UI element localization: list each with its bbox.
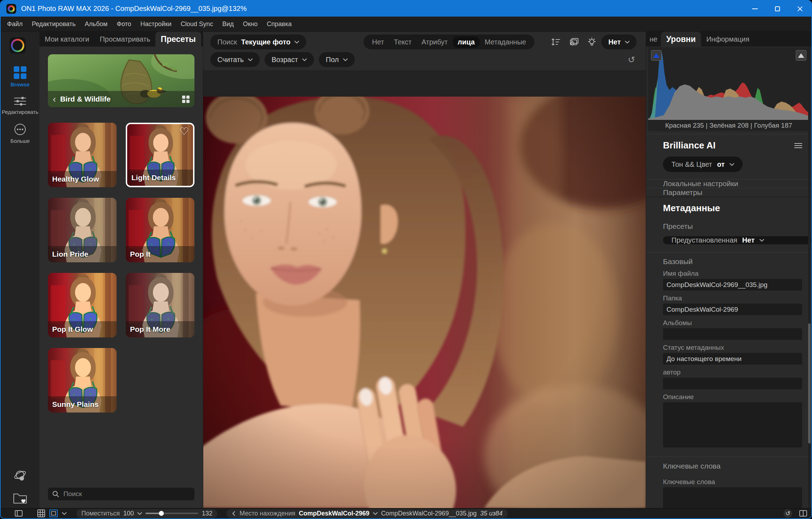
tab-info[interactable]: Информация [701,32,755,47]
right-panel-tabs: не Уровни Информация [646,32,811,47]
tab-truncated[interactable]: не [646,32,661,47]
menu-item-photo[interactable]: Фото [117,20,131,28]
sort-icon[interactable] [551,38,560,46]
back-chevron-icon[interactable] [232,511,235,516]
lightbulb-icon[interactable] [587,37,596,47]
preset-grid: Healthy Glow ♡ Light Details Lion Pride … [48,123,194,413]
count-label: Считать [217,56,244,64]
sidebar-item-edit[interactable]: Редактировать [2,96,38,115]
filename-input[interactable] [663,279,802,291]
batch-settings-icon[interactable] [569,38,579,46]
faces-age-dropdown[interactable]: Возраст [265,52,314,67]
fit-label[interactable]: Поместиться [81,510,120,517]
panel-toggle-icon[interactable] [15,510,23,517]
field-label: Папка [663,294,802,302]
preset-field-value: Нет [742,236,755,244]
search-input[interactable] [63,490,190,498]
maximize-button[interactable] [766,1,789,17]
search-scope-dropdown[interactable]: Поиск Текущие фото [210,35,306,49]
highlight-clipping-button[interactable] [796,50,806,61]
folder-input[interactable] [663,304,802,315]
hamburger-menu-icon[interactable] [794,143,802,148]
filter-faces[interactable]: лица [453,36,480,48]
preset-label: Pop It Glow [52,325,93,334]
field-label: Имя файла [663,270,802,277]
menu-item-view[interactable]: Вид [222,20,234,28]
scrollbar-thumb[interactable] [808,323,811,443]
section-parameters[interactable]: Параметры [646,188,811,197]
preset-card-healthy-glow[interactable]: Healthy Glow [48,123,117,187]
banner-strip: ‹ Bird & Wildlife [48,91,194,107]
description-textarea[interactable] [663,402,802,447]
zoom-control: Поместиться 100 132 [76,509,217,518]
menu-item-settings[interactable]: Настройки [141,20,172,28]
field-author: автор [646,365,811,389]
filter-none[interactable]: Нет [367,36,389,48]
chevron-down-icon [625,41,630,44]
back-chevron-icon[interactable]: ‹ [53,94,56,104]
menubar: Файл Редактировать Альбом Фото Настройки… [1,17,811,32]
filter-attribute[interactable]: Атрибут [416,36,453,48]
preset-label: Light Details [131,173,176,182]
metadata-status-input[interactable] [663,353,802,365]
preset-category-banner[interactable]: ‹ Bird & Wildlife [48,54,194,107]
tab-browse[interactable]: Просматривать [94,32,155,47]
tab-my-catalogs[interactable]: Мои каталоги [39,32,94,47]
split-view-icon[interactable] [799,510,807,517]
chevron-down-icon [343,58,348,61]
preset-card-lion-pride[interactable]: Lion Pride [48,198,117,262]
preset-field-label: Предустановленная [671,236,737,244]
keywords-textarea[interactable] [663,487,802,508]
location-folder[interactable]: CompDeskWalCol-2969 [299,510,369,517]
menu-item-window[interactable]: Окно [243,20,258,28]
sidebar-item-more[interactable]: Больше [11,123,30,144]
section-local-adjustments[interactable]: Локальные настройки [646,179,811,188]
menu-item-file[interactable]: Файл [7,20,23,28]
sync-orbit-icon[interactable] [13,469,27,483]
reset-button[interactable]: ↺ [783,509,792,518]
zoom-slider-thumb[interactable] [159,511,164,516]
author-input[interactable] [663,378,802,389]
preset-card-pop-it-glow[interactable]: Pop It Glow [48,273,117,337]
detail-view-icon[interactable] [49,509,58,517]
preset-card-light-details[interactable]: ♡ Light Details [126,123,194,187]
grid-view-icon[interactable] [37,509,45,517]
preset-card-pop-it-more[interactable]: Pop It More [126,273,194,337]
sidebar-item-browse[interactable]: Browse [11,66,30,87]
albums-input[interactable] [663,328,802,340]
folder-heart-icon[interactable] [12,491,28,505]
tab-levels[interactable]: Уровни [661,32,701,47]
menu-item-album[interactable]: Альбом [85,20,108,28]
current-file: CompDeskWalCol-2969__035.jpg [381,510,477,517]
field-label: Альбомы [663,319,802,327]
scrollbar[interactable] [808,47,811,508]
chevron-down-icon[interactable] [373,512,378,515]
filter-text[interactable]: Текст [389,36,416,48]
filter-metadata[interactable]: Метаданные [480,36,531,48]
minimize-button[interactable] [744,1,766,17]
menu-item-edit[interactable]: Редактировать [32,20,75,28]
menu-item-help[interactable]: Справка [267,20,292,28]
reset-filters-icon[interactable]: ↺ [628,55,635,64]
preset-card-sunny-plains[interactable]: Sunny Plains [48,348,117,413]
preset-search[interactable] [48,488,194,500]
preset-card-pop-it[interactable]: Pop It [126,198,194,262]
photo-canvas[interactable] [203,71,646,508]
zoom-slider[interactable] [145,513,198,514]
tab-presets[interactable]: Пресеты [155,32,201,47]
tone-color-dropdown[interactable]: Тон && Цвет от [663,157,743,172]
metadata-preset-dropdown[interactable]: Предустановленная Нет [663,236,811,244]
fit-value[interactable]: 100 [123,510,134,517]
faces-gender-dropdown[interactable]: Пол [319,52,355,67]
menu-item-cloudsync[interactable]: Cloud Sync [181,20,213,28]
heart-icon[interactable]: ♡ [179,126,189,137]
field-label: Статус метаданных [663,344,802,352]
titlebar: ON1 Photo RAW MAX 2026 - CompDeskWalCol-… [1,1,811,17]
faces-count-dropdown[interactable]: Считать [210,52,260,67]
shadow-clipping-button[interactable] [651,50,662,61]
preset-filter-dropdown[interactable]: Нет [601,35,637,49]
close-button[interactable] [789,1,811,17]
reset-icon: ↺ [785,511,790,517]
view-chevron-icon[interactable] [62,512,67,515]
grid-small-icon[interactable] [182,96,190,103]
